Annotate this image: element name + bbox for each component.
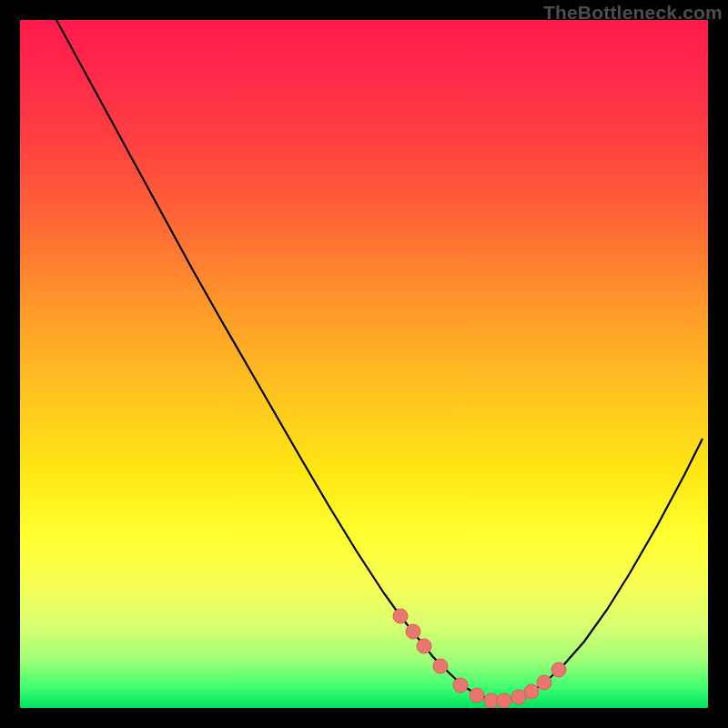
data-point-marker [406, 624, 420, 639]
data-point-marker [453, 678, 468, 693]
data-point-marker [470, 688, 484, 703]
data-point-markers [393, 609, 566, 708]
data-point-marker [551, 662, 566, 677]
data-point-marker [393, 609, 408, 623]
bottleneck-curve [56, 20, 703, 701]
data-point-marker [433, 659, 448, 673]
data-point-marker [417, 639, 431, 653]
chart-svg [20, 20, 708, 708]
data-point-marker [537, 675, 551, 690]
chart-frame [20, 20, 708, 708]
data-point-marker [497, 693, 511, 708]
data-point-marker [524, 684, 539, 699]
watermark-text: TheBottleneck.com [543, 2, 723, 24]
